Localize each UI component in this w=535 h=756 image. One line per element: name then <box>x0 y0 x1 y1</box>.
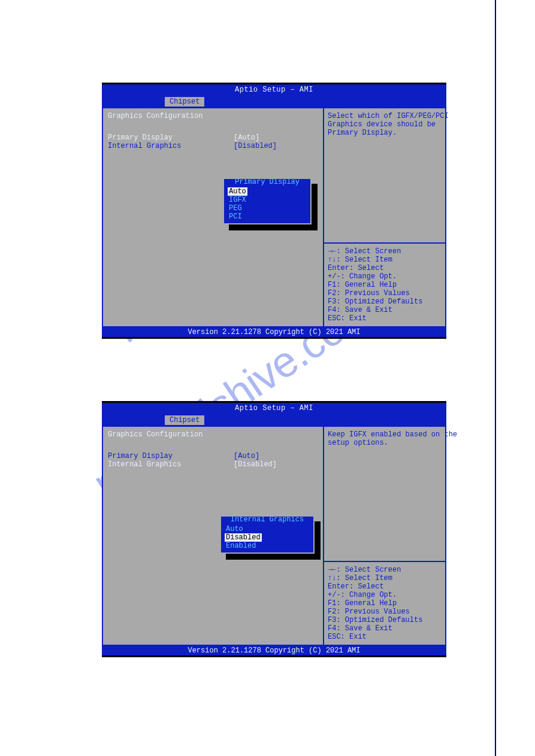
bios-footer: Version 2.21.1278 Copyright (C) 2021 AMI <box>102 327 446 337</box>
bios-footer: Version 2.21.1278 Copyright (C) 2021 AMI <box>102 646 446 655</box>
help-line: Graphics device should be <box>328 120 442 129</box>
help-line: setup options. <box>328 439 442 447</box>
popup-title: Primary Display <box>224 179 310 186</box>
bios-help-pane: Keep IGFX enabled based on the setup opt… <box>324 427 446 645</box>
key-hint: F4: Save & Exit <box>328 306 442 314</box>
popup-title-text: Internal Graphics <box>221 515 313 524</box>
tab-chipset[interactable]: Chipset <box>165 415 204 425</box>
key-hint: ↑↓: Select Item <box>328 574 442 582</box>
bios-body: Graphics Configuration Primary Display [… <box>102 426 446 646</box>
popup-box: Primary Display Auto IGFX PEG PCI <box>223 178 312 224</box>
popup-primary-display: Primary Display Auto IGFX PEG PCI <box>223 178 312 224</box>
help-line: Select which of IGFX/PEG/PCI <box>328 112 442 120</box>
popup-option-disabled[interactable]: Disabled <box>225 533 262 542</box>
option-value: [Disabled] <box>234 460 277 469</box>
page-margin-rule <box>495 0 496 756</box>
key-hint: ↑↓: Select Item <box>328 256 442 264</box>
key-hint: F4: Save & Exit <box>328 624 442 633</box>
bios-left-pane: Graphics Configuration Primary Display [… <box>102 427 324 645</box>
bios-help-pane: Select which of IGFX/PEG/PCI Graphics de… <box>324 108 446 326</box>
bios-body: Graphics Configuration Primary Display [… <box>102 107 446 327</box>
key-hint: →←: Select Screen <box>328 247 442 256</box>
help-line: Primary Display. <box>328 129 442 137</box>
section-title: Graphics Configuration <box>108 112 318 120</box>
key-hint: F1: General Help <box>328 281 442 289</box>
option-label: Internal Graphics <box>108 142 234 150</box>
key-hint: →←: Select Screen <box>328 566 442 574</box>
key-hint: Enter: Select <box>328 582 442 591</box>
popup-option-pci[interactable]: PCI <box>228 212 243 221</box>
option-value: [Auto] <box>234 452 259 460</box>
popup-internal-graphics: Internal Graphics Auto Disabled Enabled <box>220 515 315 554</box>
section-title: Graphics Configuration <box>108 430 318 439</box>
key-hint: F3: Optimized Defaults <box>328 297 442 306</box>
help-keys: →←: Select Screen ↑↓: Select Item Enter:… <box>328 247 442 323</box>
help-line: Keep IGFX enabled based on the <box>328 430 442 439</box>
bios-left-pane: Graphics Configuration Primary Display [… <box>102 108 324 326</box>
popup-box: Internal Graphics Auto Disabled Enabled <box>220 515 315 554</box>
option-primary-display[interactable]: Primary Display [Auto] <box>108 452 318 460</box>
help-separator <box>324 561 445 562</box>
key-hint: F1: General Help <box>328 599 442 608</box>
key-hint: F2: Previous Values <box>328 608 442 616</box>
popup-options: Auto IGFX PEG PCI <box>224 186 310 223</box>
bios-title: Aptio Setup – AMI <box>102 84 446 95</box>
help-description: Select which of IGFX/PEG/PCI Graphics de… <box>328 112 442 137</box>
popup-option-igfx[interactable]: IGFX <box>228 196 247 204</box>
popup-option-enabled[interactable]: Enabled <box>225 542 257 550</box>
popup-option-auto[interactable]: Auto <box>225 525 244 533</box>
key-hint: ESC: Exit <box>328 314 442 323</box>
help-keys: →←: Select Screen ↑↓: Select Item Enter:… <box>328 566 442 641</box>
document-page: manualshive.com manualshive.com Aptio Se… <box>0 0 535 756</box>
option-value: [Auto] <box>234 133 259 142</box>
option-internal-graphics[interactable]: Internal Graphics [Disabled] <box>108 460 318 469</box>
popup-options: Auto Disabled Enabled <box>221 524 313 552</box>
key-hint: ESC: Exit <box>328 633 442 641</box>
bios-screenshot-primary-display: Aptio Setup – AMI Chipset Graphics Confi… <box>102 83 446 339</box>
frame-border <box>102 337 446 339</box>
help-description: Keep IGFX enabled based on the setup opt… <box>328 430 442 447</box>
option-primary-display[interactable]: Primary Display [Auto] <box>108 133 318 142</box>
option-label: Internal Graphics <box>108 460 234 469</box>
tab-chipset[interactable]: Chipset <box>165 97 204 107</box>
option-value: [Disabled] <box>234 142 277 150</box>
option-label: Primary Display <box>108 452 234 460</box>
popup-option-auto[interactable]: Auto <box>228 187 247 196</box>
help-separator <box>324 242 445 244</box>
option-label: Primary Display <box>108 133 234 142</box>
key-hint: F3: Optimized Defaults <box>328 616 442 624</box>
bios-screenshot-internal-graphics: Aptio Setup – AMI Chipset Graphics Confi… <box>102 401 446 657</box>
popup-option-peg[interactable]: PEG <box>228 204 243 212</box>
key-hint: +/-: Change Opt. <box>328 272 442 281</box>
key-hint: +/-: Change Opt. <box>328 591 442 599</box>
key-hint: F2: Previous Values <box>328 289 442 297</box>
popup-title: Internal Graphics <box>221 517 313 524</box>
key-hint: Enter: Select <box>328 264 442 272</box>
option-internal-graphics[interactable]: Internal Graphics [Disabled] <box>108 142 318 150</box>
popup-title-text: Primary Display <box>224 178 310 186</box>
frame-border <box>102 655 446 657</box>
bios-title: Aptio Setup – AMI <box>102 403 446 414</box>
bios-tab-row: Chipset <box>102 95 446 107</box>
bios-tab-row: Chipset <box>102 414 446 426</box>
